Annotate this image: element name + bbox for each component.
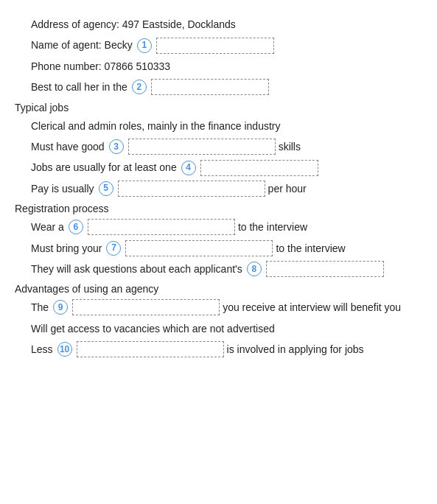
input-box-2[interactable] (151, 79, 269, 95)
clerical-text: Clerical and admin roles, mainly in the … (31, 118, 281, 134)
address-text: Address of agency: 497 Eastside, Docklan… (31, 16, 236, 32)
circle-8: 8 (247, 262, 262, 276)
advantages-heading: Advantages of using an agency (15, 283, 422, 295)
duration-text-before: Jobs are usually for at least one (31, 159, 177, 175)
clerical-item: Clerical and admin roles, mainly in the … (31, 118, 422, 134)
circle-1: 1 (137, 38, 152, 53)
agent-name-text: Name of agent: Becky (31, 37, 133, 53)
call-time-item: Best to call her in the 2 (31, 79, 422, 95)
less-text-after: is involved in applying for jobs (227, 341, 364, 357)
phone-item: Phone number: 07866 510333 (31, 58, 422, 74)
receive-item: The 9 you receive at interview will bene… (31, 299, 422, 315)
circle-5: 5 (99, 181, 113, 196)
circle-2: 2 (132, 80, 147, 94)
registration-heading: Registration process (15, 203, 422, 214)
call-time-text: Best to call her in the (31, 79, 127, 95)
bring-text-before: Must bring your (31, 240, 102, 256)
duration-item: Jobs are usually for at least one 4 (31, 159, 422, 175)
less-item: Less 10 is involved in applying for jobs (31, 341, 422, 357)
bring-text-after: to the interview (276, 240, 345, 256)
input-box-5[interactable] (118, 181, 265, 197)
input-box-8[interactable] (266, 261, 384, 277)
input-box-7[interactable] (125, 240, 273, 256)
input-box-9[interactable] (72, 299, 220, 315)
input-box-3[interactable] (128, 139, 276, 155)
receive-text-after: you receive at interview will benefit yo… (223, 299, 401, 315)
skills-item: Must have good 3 skills (31, 139, 422, 155)
phone-text: Phone number: 07866 510333 (31, 58, 170, 74)
input-box-1[interactable] (156, 38, 274, 54)
bring-item: Must bring your 7 to the interview (31, 240, 422, 256)
pay-text-after: per hour (268, 181, 307, 197)
receive-text-before: The (31, 299, 49, 315)
wear-text-before: Wear a (31, 219, 64, 235)
questions-text-before: They will ask questions about each appli… (31, 261, 242, 277)
skills-text-before: Must have good (31, 139, 105, 155)
input-box-6[interactable] (88, 219, 235, 235)
wear-text-after: to the interview (238, 219, 307, 235)
vacancies-text: Will get access to vacancies which are n… (31, 321, 275, 337)
pay-text-before: Pay is usually (31, 181, 94, 197)
input-box-4[interactable] (200, 160, 318, 176)
less-text-before: Less (31, 341, 53, 357)
wear-item: Wear a 6 to the interview (31, 219, 422, 235)
input-box-10[interactable] (77, 341, 224, 357)
circle-9: 9 (53, 300, 68, 315)
circle-7: 7 (106, 241, 121, 256)
vacancies-item: Will get access to vacancies which are n… (31, 321, 422, 337)
agent-name-item: Name of agent: Becky 1 (31, 37, 422, 53)
address-item: Address of agency: 497 Eastside, Docklan… (31, 16, 422, 32)
pay-item: Pay is usually 5 per hour (31, 181, 422, 197)
circle-3: 3 (109, 139, 124, 154)
circle-4: 4 (181, 161, 196, 175)
typical-jobs-heading: Typical jobs (15, 102, 422, 113)
questions-item: They will ask questions about each appli… (31, 261, 422, 277)
circle-10: 10 (57, 342, 72, 357)
circle-6: 6 (69, 220, 83, 234)
skills-text-after: skills (279, 139, 301, 155)
